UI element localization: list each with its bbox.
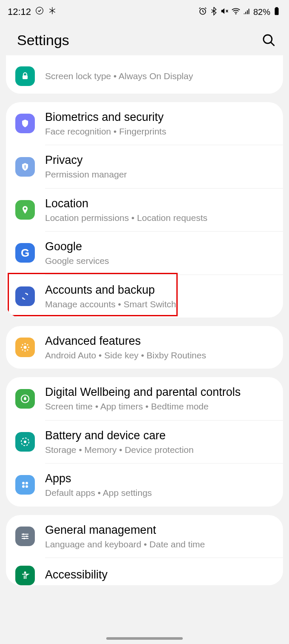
settings-item-subtitle: Storage • Memory • Device protection xyxy=(45,444,274,455)
settings-item-battery-care[interactable]: Battery and device care Storage • Memory… xyxy=(6,421,283,463)
settings-group-advanced: Advanced features Android Auto • Side ke… xyxy=(6,326,283,369)
settings-item-privacy[interactable]: Privacy Permission manager xyxy=(6,145,283,188)
svg-point-19 xyxy=(26,535,28,537)
settings-item-title: Digital Wellbeing and parental controls xyxy=(45,385,274,400)
svg-point-17 xyxy=(26,485,28,488)
svg-rect-3 xyxy=(275,8,278,14)
battery-icon xyxy=(272,6,281,18)
settings-item-title: Google xyxy=(45,239,274,254)
settings-item-location[interactable]: Location Location permissions • Location… xyxy=(6,189,283,231)
settings-item-general-management[interactable]: General management Language and keyboard… xyxy=(6,515,283,558)
settings-item-google[interactable]: G Google Google services xyxy=(6,232,283,274)
google-icon: G xyxy=(15,243,35,263)
settings-item-apps[interactable]: Apps Default apps • App settings xyxy=(6,464,283,506)
settings-item-subtitle: Language and keyboard • Date and time xyxy=(45,538,274,550)
svg-rect-8 xyxy=(25,167,26,169)
sliders-icon xyxy=(15,527,35,546)
bluetooth-icon xyxy=(209,6,218,18)
settings-group-device: Digital Wellbeing and parental controls … xyxy=(6,377,283,506)
settings-item-subtitle: Android Auto • Side key • Bixby Routines xyxy=(45,349,274,361)
page-title: Settings xyxy=(17,32,69,49)
settings-item-subtitle: Screen time • App timers • Bedtime mode xyxy=(45,401,274,412)
shield-icon xyxy=(15,114,35,133)
signal-icon xyxy=(242,6,252,18)
status-check-icon xyxy=(35,6,44,17)
battery-percent: 82% xyxy=(253,7,270,17)
sync-icon xyxy=(15,286,35,306)
svg-point-7 xyxy=(24,165,26,167)
nav-indicator[interactable] xyxy=(106,637,183,640)
settings-item-biometrics[interactable]: Biometrics and security Face recognition… xyxy=(6,102,283,145)
settings-item-title: Advanced features xyxy=(45,334,274,349)
settings-item-subtitle: Permission manager xyxy=(45,169,274,180)
gear-icon xyxy=(15,338,35,357)
search-button[interactable] xyxy=(260,31,277,49)
svg-point-13 xyxy=(24,441,26,443)
status-bar: 12:12 82% xyxy=(0,0,289,24)
alarm-icon xyxy=(198,6,207,18)
battery-care-icon xyxy=(15,432,35,452)
wellbeing-icon xyxy=(15,389,35,409)
svg-point-10 xyxy=(24,346,27,349)
lock-icon xyxy=(15,66,35,86)
settings-item-lockscreen[interactable]: Screen lock type • Always On Display xyxy=(6,59,283,94)
settings-item-title: Location xyxy=(45,196,274,211)
mute-icon xyxy=(220,6,230,18)
settings-item-title: Privacy xyxy=(45,153,274,168)
status-time: 12:12 xyxy=(8,6,31,17)
settings-item-title: Accessibility xyxy=(45,567,274,582)
svg-rect-4 xyxy=(275,7,278,8)
svg-point-2 xyxy=(235,13,237,14)
svg-rect-6 xyxy=(23,75,28,79)
search-icon xyxy=(261,33,276,47)
settings-item-title: Accounts and backup xyxy=(45,283,274,298)
settings-item-title: Battery and device care xyxy=(45,428,274,443)
settings-item-advanced-features[interactable]: Advanced features Android Auto • Side ke… xyxy=(6,326,283,369)
settings-item-digital-wellbeing[interactable]: Digital Wellbeing and parental controls … xyxy=(6,377,283,420)
svg-point-9 xyxy=(24,207,26,209)
settings-group-general: General management Language and keyboard… xyxy=(6,515,283,585)
settings-item-subtitle: Screen lock type • Always On Display xyxy=(45,70,274,82)
apps-icon xyxy=(15,475,35,495)
settings-item-subtitle: Manage accounts • Smart Switch xyxy=(45,298,274,310)
svg-point-16 xyxy=(22,485,25,488)
settings-item-subtitle: Google services xyxy=(45,255,274,266)
accessibility-icon xyxy=(15,566,35,585)
settings-item-subtitle: Face recognition • Fingerprints xyxy=(45,126,274,137)
settings-group-security: Biometrics and security Face recognition… xyxy=(6,102,283,318)
svg-point-0 xyxy=(36,7,43,14)
settings-item-title: Biometrics and security xyxy=(45,110,274,125)
svg-point-20 xyxy=(23,538,25,539)
settings-item-accounts-backup[interactable]: Accounts and backup Manage accounts • Sm… xyxy=(6,275,283,318)
settings-group-lockscreen: Screen lock type • Always On Display xyxy=(6,55,283,94)
svg-point-18 xyxy=(23,533,24,535)
settings-item-accessibility[interactable]: Accessibility xyxy=(6,558,283,585)
wifi-icon xyxy=(231,6,241,18)
settings-item-title: Apps xyxy=(45,471,274,486)
svg-point-15 xyxy=(26,482,28,484)
privacy-icon xyxy=(15,157,35,177)
settings-item-title: General management xyxy=(45,523,274,538)
settings-item-subtitle: Location permissions • Location requests xyxy=(45,212,274,223)
pin-icon xyxy=(15,200,35,220)
status-snowflake-icon xyxy=(48,6,57,17)
svg-point-14 xyxy=(22,482,25,484)
svg-point-21 xyxy=(24,571,26,573)
settings-item-subtitle: Default apps • App settings xyxy=(45,487,274,498)
